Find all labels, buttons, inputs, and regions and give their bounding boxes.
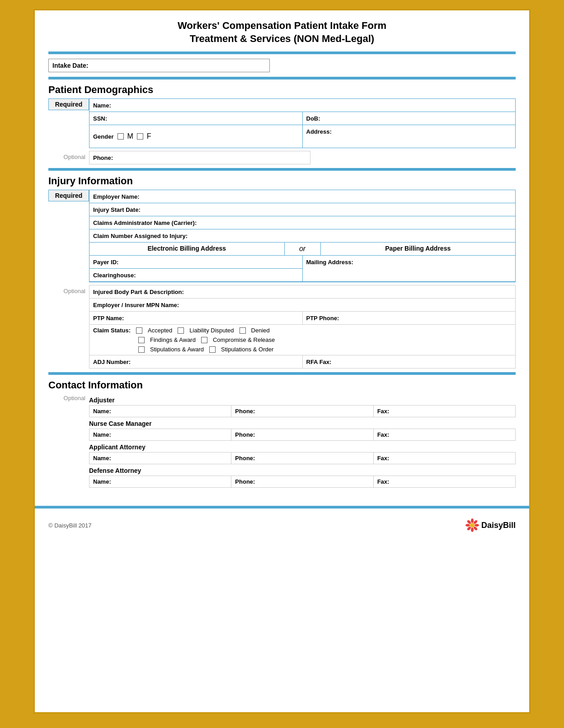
findings-award-label: Findings & Award <box>150 336 196 343</box>
blue-bar-2 <box>48 77 516 79</box>
denied-label: Denied <box>251 327 270 334</box>
stipulations-order-label: Stipulations & Order <box>221 346 273 353</box>
adjuster-name-field[interactable]: Name: <box>89 406 231 417</box>
injury-optional-fields: Injured Body Part & Description: Employe… <box>89 285 516 369</box>
daisybill-brand: DaisyBill <box>481 521 516 530</box>
daisybill-logo: DaisyBill <box>465 518 516 532</box>
blue-bar-4 <box>48 372 516 375</box>
patient-optional-label: Optional <box>48 151 89 160</box>
billing-header-row: Electronic Billing Address or Paper Bill… <box>89 243 515 256</box>
applicant-attorney-label: Applicant Attorney <box>89 443 516 451</box>
adjuster-label: Adjuster <box>89 397 516 404</box>
billing-left-col: Payer ID: Clearinghouse: <box>89 256 303 281</box>
nurse-row: Name: Phone: Fax: <box>89 429 516 441</box>
svg-point-1 <box>471 518 474 523</box>
injured-body-part-field[interactable]: Injured Body Part & Description: <box>89 285 515 299</box>
accepted-label: Accepted <box>148 327 172 334</box>
applicant-fax-field[interactable]: Fax: <box>374 453 515 464</box>
defense-phone-field[interactable]: Phone: <box>231 476 373 487</box>
employer-mpn-field[interactable]: Employer / Insurer MPN Name: <box>89 299 515 312</box>
name-field[interactable]: Name: <box>89 99 515 112</box>
gender-m-label: M <box>127 132 133 140</box>
injury-required-label: Required <box>48 190 89 201</box>
stipulations-award-label: Stipulations & Award <box>150 346 204 353</box>
gender-m-checkbox[interactable] <box>118 133 124 140</box>
denied-checkbox[interactable] <box>240 327 246 334</box>
claim-number-field[interactable]: Claim Number Assigned to Injury: <box>89 229 515 243</box>
findings-award-checkbox[interactable] <box>138 337 145 343</box>
defense-attorney-section: Defense Attorney Name: Phone: Fax: <box>89 467 516 488</box>
patient-demographics-heading: Patient Demographics <box>48 84 516 96</box>
svg-point-7 <box>465 524 470 527</box>
injury-required-row: Required Employer Name: Injury Start Dat… <box>48 190 516 282</box>
applicant-phone-field[interactable]: Phone: <box>231 453 373 464</box>
nurse-phone-field[interactable]: Phone: <box>231 429 373 440</box>
applicant-attorney-row: Name: Phone: Fax: <box>89 452 516 464</box>
patient-required-fields: Name: SSN: DoB: Gender <box>89 98 516 148</box>
contact-information-heading: Contact Information <box>48 379 516 391</box>
nurse-case-manager-section: Nurse Case Manager Name: Phone: Fax: <box>89 420 516 441</box>
stipulations-order-checkbox[interactable] <box>209 346 216 353</box>
blue-bar-footer <box>35 506 529 509</box>
adjuster-fax-field[interactable]: Fax: <box>374 406 515 417</box>
injury-information-section: Injury Information Required Employer Nam… <box>48 175 516 369</box>
top-blue-bar <box>48 51 516 54</box>
compromise-release-checkbox[interactable] <box>201 337 207 343</box>
svg-point-5 <box>471 527 474 532</box>
adjuster-phone-field[interactable]: Phone: <box>231 406 373 417</box>
adjuster-row: Name: Phone: Fax: <box>89 405 516 417</box>
accepted-checkbox[interactable] <box>136 327 142 334</box>
ptp-phone-field[interactable]: PTP Phone: <box>303 312 516 324</box>
injury-start-date-field[interactable]: Injury Start Date: <box>89 203 515 216</box>
nurse-name-field[interactable]: Name: <box>89 429 231 440</box>
stipulations-award-checkbox[interactable] <box>138 346 145 353</box>
adjuster-section: Adjuster Name: Phone: Fax: <box>89 397 516 417</box>
address-field[interactable]: Address: <box>303 125 516 148</box>
gender-f-checkbox[interactable] <box>137 133 143 140</box>
ptp-row: PTP Name: PTP Phone: <box>89 312 515 325</box>
copyright: © DaisyBill 2017 <box>48 522 92 529</box>
patient-required-label: Required <box>48 98 89 110</box>
svg-point-0 <box>470 523 475 527</box>
defense-fax-field[interactable]: Fax: <box>374 476 515 487</box>
nurse-fax-field[interactable]: Fax: <box>374 429 515 440</box>
compromise-release-label: Compromise & Release <box>213 336 275 343</box>
defense-attorney-label: Defense Attorney <box>89 467 516 474</box>
ssn-field[interactable]: SSN: <box>89 112 303 125</box>
adj-number-field[interactable]: ADJ Number: <box>89 355 303 368</box>
injury-optional-label: Optional <box>48 285 89 294</box>
or-label: or <box>285 243 321 255</box>
paper-billing-label: Paper Billing Address <box>321 243 516 255</box>
ssn-dob-row: SSN: DoB: <box>89 112 515 125</box>
defense-attorney-row: Name: Phone: Fax: <box>89 476 516 488</box>
contact-information-section: Contact Information Optional Adjuster Na… <box>48 379 516 490</box>
patient-optional-row: Optional Phone: <box>48 151 516 164</box>
payer-id-field[interactable]: Payer ID: <box>89 256 302 269</box>
svg-point-3 <box>475 524 479 527</box>
intake-date-field[interactable]: Intake Date: <box>48 59 270 72</box>
contact-optional-wrapper: Optional Adjuster Name: Phone: <box>48 394 516 490</box>
patient-required-row: Required Name: SSN: DoB: <box>48 98 516 148</box>
gender-field: Gender M F <box>89 125 303 148</box>
applicant-name-field[interactable]: Name: <box>89 453 231 464</box>
dob-field[interactable]: DoB: <box>303 112 516 125</box>
mailing-address-field[interactable]: Mailing Address: <box>303 256 516 278</box>
phone-field[interactable]: Phone: <box>89 151 310 164</box>
defense-name-field[interactable]: Name: <box>89 476 231 487</box>
claims-admin-field[interactable]: Claims Administrator Name (Carrier): <box>89 216 515 229</box>
contact-optional-label: Optional <box>48 394 89 401</box>
injury-required-fields: Employer Name: Injury Start Date: Claims… <box>89 190 516 282</box>
gender-f-label: F <box>147 132 151 140</box>
claim-status-label: Claim Status: <box>93 327 131 334</box>
clearinghouse-field[interactable]: Clearinghouse: <box>89 269 302 281</box>
injury-information-heading: Injury Information <box>48 175 516 187</box>
liability-disputed-checkbox[interactable] <box>178 327 184 334</box>
applicant-attorney-section: Applicant Attorney Name: Phone: Fax: <box>89 443 516 464</box>
contact-fields: Adjuster Name: Phone: Fax: <box>89 394 516 490</box>
ptp-name-field[interactable]: PTP Name: <box>89 312 303 324</box>
billing-right-col: Mailing Address: <box>303 256 516 281</box>
electronic-billing-label: Electronic Billing Address <box>89 243 285 255</box>
employer-name-field[interactable]: Employer Name: <box>89 190 515 203</box>
liability-disputed-label: Liability Disputed <box>189 327 234 334</box>
rfa-fax-field[interactable]: RFA Fax: <box>303 355 516 368</box>
